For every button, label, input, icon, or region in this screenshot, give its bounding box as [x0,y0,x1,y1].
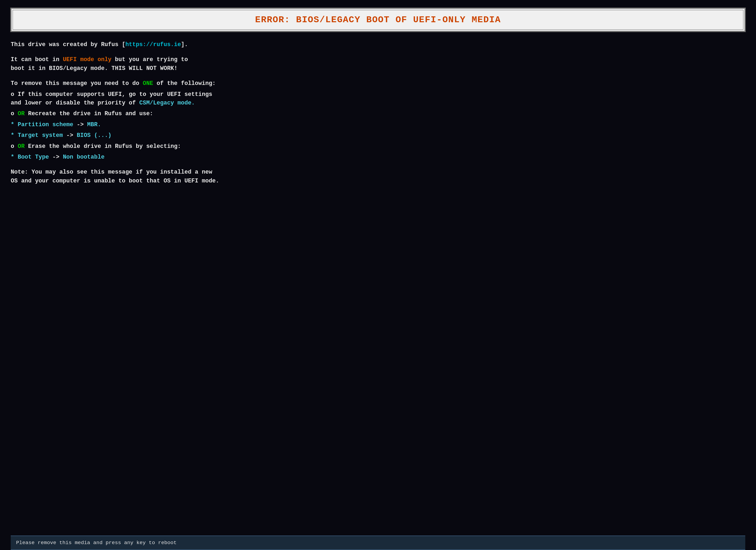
bottom-bar: Please remove this media and press any k… [11,536,745,550]
target-system: Target system [18,132,63,139]
uefi-mode-line: It can boot in UEFI mode only but you ar… [11,55,745,73]
remove-message-line: To remove this message you need to do ON… [11,79,745,88]
boot-type: Boot Type [18,154,49,160]
bullet1-line: o If this computer supports UEFI, go to … [11,90,745,107]
remove-prefix: To remove this message you need to do [11,80,143,87]
partition-scheme: Partition scheme [18,121,73,128]
sub1-line: * Partition scheme -> MBR. [11,120,745,129]
rufus-link: https://rufus.ie [125,41,181,48]
sub3-line: * Boot Type -> Non bootable [11,153,745,161]
uefi-line-suffix: but you are trying to [112,56,188,63]
rufus-line: This drive was created by Rufus [https:/… [11,40,745,49]
mbr-value: MBR. [87,121,101,128]
rufus-line-prefix: This drive was created by Rufus [ [11,41,125,48]
bios-value: BIOS (...) [77,132,112,139]
note-line: Note: You may also see this message if y… [11,168,745,185]
or1-highlight: OR [18,110,25,117]
bullet3-line: o OR Erase the whole drive in Rufus by s… [11,142,745,151]
main-content: This drive was created by Rufus [https:/… [11,40,745,536]
csm-highlight: CSM/Legacy mode. [139,100,195,106]
or2-highlight: OR [18,143,25,150]
non-bootable-value: Non bootable [63,154,105,160]
remove-suffix: of the following: [153,80,216,87]
uefi-highlight: UEFI mode only [63,56,111,63]
one-highlight: ONE [143,80,153,87]
bullet2-line: o OR Recreate the drive in Rufus and use… [11,109,745,118]
boot-error-screen: ERROR: BIOS/LEGACY BOOT OF UEFI-ONLY MED… [0,0,756,550]
bios-legacy-warning: boot it in BIOS/Legacy mode. THIS WILL N… [11,65,177,72]
rufus-line-end: ]. [181,41,188,48]
error-box: ERROR: BIOS/LEGACY BOOT OF UEFI-ONLY MED… [11,8,745,32]
sub2-line: * Target system -> BIOS (...) [11,131,745,140]
bottom-bar-text: Please remove this media and press any k… [16,540,177,546]
uefi-line-prefix: It can boot in [11,56,63,63]
error-title: ERROR: BIOS/LEGACY BOOT OF UEFI-ONLY MED… [255,15,501,25]
